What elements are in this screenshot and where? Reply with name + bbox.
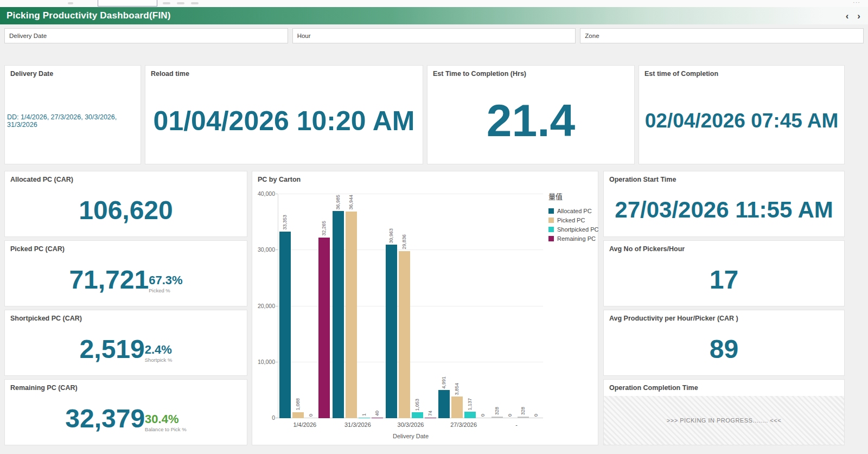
chart-plot: 33,3531,088032,26536,98536,94414030,9632…: [278, 194, 543, 418]
legend-label: Remaining PC: [557, 235, 596, 242]
kpi-title: Avg No of Pickers/Hour: [604, 241, 844, 253]
prev-sheet-button[interactable]: ‹: [846, 11, 849, 21]
kpi-value: 2,519: [80, 334, 145, 364]
bar-remaining-pc[interactable]: [318, 238, 330, 418]
bar-value-label: 1,137: [467, 398, 473, 411]
kpi-title: Remaining PC (CAR): [5, 380, 247, 392]
x-category-label: 1/4/2026: [278, 421, 331, 428]
kpi-value: 27/03/2026 11:55 AM: [615, 197, 833, 223]
kpi-card-avg-productivity: Avg Productivity per Hour/Picker (CAR ) …: [603, 310, 845, 376]
kpi-value: 106,620: [79, 195, 173, 225]
y-axis-tick: [276, 194, 278, 194]
chrome-artifact: [177, 2, 184, 4]
chart-body: PC by Carton 010,00020,00030,00040,000 3…: [252, 171, 598, 445]
y-axis-tick: [276, 250, 278, 250]
filter-bar: Delivery Date Hour Zone: [0, 24, 868, 43]
chart-xlabels: 1/4/202631/3/202630/3/202627/3/2026-: [278, 421, 543, 430]
bar-picked-pc[interactable]: [292, 412, 304, 418]
bar-shortpicked-pc[interactable]: [412, 412, 423, 418]
bar-allocated-pc[interactable]: [386, 245, 397, 418]
kpi-value: 71,721: [69, 265, 149, 295]
chrome-artifact: [191, 2, 199, 4]
bar-allocated-pc[interactable]: [492, 417, 503, 418]
overflow-dots-icon[interactable]: ···: [853, 0, 860, 5]
kpi-title: Reload time: [145, 66, 423, 78]
bar-allocated-pc[interactable]: [333, 211, 344, 418]
x-category-label: 27/3/2026: [437, 421, 490, 428]
kpi-title: Avg Productivity per Hour/Picker (CAR ): [604, 310, 844, 322]
kpi-title: Picked PC (CAR): [5, 241, 247, 253]
legend-title: 量值: [548, 191, 597, 201]
chart-legend: 量值 Allocated PCPicked PCShortpicked PCRe…: [548, 191, 597, 243]
kpi-percent: 30.4%: [145, 413, 178, 425]
bar-value-label: 3,854: [454, 383, 459, 395]
x-category-label: 31/3/2026: [331, 421, 385, 428]
bar-value-label: 4,991: [441, 376, 446, 389]
kpi-card-avg-pickers-per-hour: Avg No of Pickers/Hour 17: [603, 240, 845, 306]
kpi-percent-label: Picked %: [149, 287, 170, 293]
bar-picked-pc[interactable]: [346, 212, 357, 418]
kpi-card-est-time-of-completion: Est time of Completion 02/04/2026 07:45 …: [639, 65, 845, 164]
legend-swatch: [548, 227, 554, 232]
kpi-title: Delivery Date: [5, 66, 141, 78]
bar-picked-pc[interactable]: [451, 397, 463, 418]
chart-title: PC by Carton: [258, 176, 301, 183]
kpi-value: 02/04/2026 07:45 AM: [645, 110, 839, 132]
y-tick-label: 10,000: [251, 359, 275, 365]
legend-item-remaining-pc[interactable]: Remaining PC: [548, 234, 597, 243]
chart-card-pc-by-carton: PC by Carton 010,00020,00030,00040,000 3…: [252, 171, 598, 445]
bar-allocated-pc[interactable]: [279, 232, 291, 418]
bar-picked-pc[interactable]: [399, 251, 410, 418]
legend-label: Shortpicked PC: [557, 226, 598, 233]
filter-delivery-date[interactable]: Delivery Date: [4, 28, 288, 43]
gridline: [278, 194, 543, 194]
gridline: [278, 362, 543, 362]
kpi-title: Operation Completion Time: [604, 380, 844, 392]
bar-remaining-pc[interactable]: [425, 418, 436, 418]
kpi-title: Allocated PC (CAR): [5, 171, 247, 183]
bar-shortpicked-pc[interactable]: [518, 417, 529, 418]
bar-value-label: 0: [507, 414, 513, 417]
chrome-artifact: [163, 2, 170, 4]
bar-value-label: 1,088: [295, 398, 301, 411]
bar-value-label: 1: [361, 413, 367, 416]
legend-swatch: [548, 218, 554, 223]
y-tick-label: 30,000: [251, 246, 275, 253]
filter-label: Hour: [297, 33, 311, 39]
picking-progress-text: >>> PICKING IN PROGRESS........ <<<: [667, 417, 781, 424]
kpi-card-operation-start-time: Operation Start Time 27/03/2026 11:55 AM: [603, 171, 845, 237]
kpi-card-remaining-pc: Remaining PC (CAR) 32,379 30.4% Balance …: [4, 379, 247, 445]
x-category-label: 30/3/2026: [384, 421, 437, 428]
kpi-title: Est Time to Completion (Hrs): [427, 66, 634, 78]
y-tick-label: 0: [251, 414, 275, 421]
browser-chrome-strip: ···: [0, 0, 868, 7]
legend-swatch: [548, 236, 554, 241]
gridline: [278, 250, 543, 250]
bar-shortpicked-pc[interactable]: [359, 418, 370, 418]
bar-shortpicked-pc[interactable]: [464, 412, 476, 418]
filter-hour[interactable]: Hour: [292, 28, 576, 43]
kpi-value: 89: [710, 334, 738, 364]
legend-item-picked-pc[interactable]: Picked PC: [548, 215, 597, 225]
bar-value-label: 36,985: [335, 195, 341, 210]
x-category-label: -: [490, 421, 543, 428]
chart-ylabels: 010,00020,00030,00040,000: [252, 194, 276, 418]
picking-progress-banner: >>> PICKING IN PROGRESS........ <<<: [604, 396, 844, 445]
next-sheet-button[interactable]: ›: [857, 11, 860, 21]
kpi-card-operation-completion-time: Operation Completion Time >>> PICKING IN…: [603, 379, 845, 445]
bar-remaining-pc[interactable]: [372, 418, 383, 418]
bar-value-label: 40: [374, 411, 380, 416]
bar-value-label: 30,963: [388, 228, 394, 244]
kpi-card-delivery-date: Delivery Date DD: 1/4/2026, 27/3/2026, 3…: [4, 65, 141, 164]
kpi-percent-label: Balance to Pick %: [145, 426, 187, 432]
legend-item-shortpicked-pc[interactable]: Shortpicked PC: [548, 225, 597, 234]
y-axis-tick: [276, 362, 278, 362]
sheet-header: Picking Productivity Dashboard(FIN) ‹ ›: [0, 7, 868, 24]
bar-value-label: 0: [480, 414, 486, 417]
legend-item-allocated-pc[interactable]: Allocated PC: [548, 206, 597, 215]
kpi-percent: 2.4%: [145, 344, 172, 356]
kpi-card-shortpicked-pc: Shortpicked PC (CAR) 2,519 2.4% Shortpic…: [4, 310, 247, 376]
kpi-value: DD: 1/4/2026, 27/3/2026, 30/3/2026, 31/3…: [5, 113, 141, 129]
bar-allocated-pc[interactable]: [438, 390, 450, 418]
filter-zone[interactable]: Zone: [580, 28, 864, 43]
